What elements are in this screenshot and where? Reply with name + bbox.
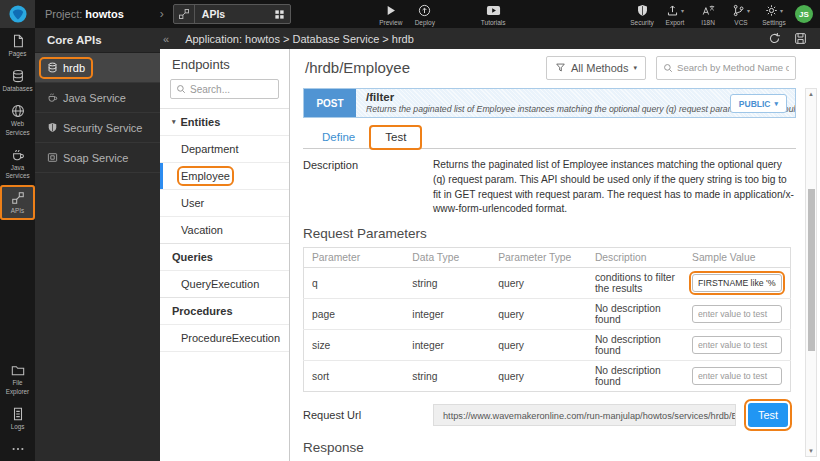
core-api-item-security-service[interactable]: Security Service: [35, 113, 160, 143]
param-type: query: [490, 330, 587, 361]
column-header: Sample Value: [684, 248, 791, 268]
core-api-item-java-service[interactable]: Java Service: [35, 83, 160, 113]
user-avatar[interactable]: JS: [795, 5, 813, 23]
endpoint-item-procedureexecution[interactable]: ProcedureExecution: [160, 324, 289, 351]
globe-icon: [11, 104, 25, 118]
sample-value-input-size[interactable]: [692, 336, 782, 354]
endpoint-item-department[interactable]: Department: [160, 135, 289, 162]
endpoint-item-queryexecution[interactable]: QueryExecution: [160, 270, 289, 297]
endpoints-search-input[interactable]: [190, 84, 273, 95]
visibility-dropdown[interactable]: PUBLIC ▾: [730, 94, 787, 113]
databases-icon: [11, 69, 25, 83]
apis-tab-label: APIs: [202, 8, 274, 20]
save-icon[interactable]: [794, 32, 807, 45]
collapse-panel-icon[interactable]: «: [163, 33, 169, 45]
wavemaker-logo[interactable]: [0, 0, 35, 28]
grid-icon[interactable]: [274, 9, 285, 20]
tab-define[interactable]: Define: [307, 126, 370, 148]
param-name: q: [304, 268, 405, 299]
param-row-sort: sortstringqueryNo description found: [304, 361, 791, 392]
sidebar-item-web-services[interactable]: Web Services: [0, 98, 35, 141]
param-data-type: integer: [404, 299, 490, 330]
logs-icon: [11, 407, 25, 421]
param-data-type: integer: [404, 330, 490, 361]
main-scrollbar-thumb[interactable]: [808, 189, 815, 351]
i18n-button[interactable]: I18N: [696, 2, 720, 26]
top-bar: Project:howtos › APIs PreviewDeployTutor…: [0, 0, 820, 28]
endpoint-item-vacation[interactable]: Vacation: [160, 216, 289, 243]
description-text: Returns the paginated list of Employee i…: [433, 158, 796, 217]
breadcrumb-bar: « Application: howtos > Database Service…: [160, 28, 820, 49]
request-url-label: Request Url: [303, 409, 433, 421]
request-parameters-title: Request Parameters: [303, 226, 796, 241]
endpoints-title: Endpoints: [160, 49, 289, 79]
core-api-item-hrdb[interactable]: hrdb: [35, 53, 160, 83]
preview-button[interactable]: Preview: [379, 2, 403, 26]
coffee-icon: [47, 92, 58, 103]
description-label: Description: [303, 158, 433, 217]
security-button[interactable]: Security: [630, 2, 654, 26]
chevron-down-icon: ▾: [172, 118, 176, 126]
gear-icon: [765, 4, 778, 17]
sidebar-item-apis[interactable]: APIs: [0, 185, 35, 220]
settings-button[interactable]: ▾Settings: [762, 2, 786, 26]
column-header: Description: [587, 248, 684, 268]
video-icon: [486, 3, 501, 18]
endpoints-section-entities[interactable]: ▾Entities: [160, 108, 289, 135]
dots-icon: [11, 442, 25, 456]
endpoint-item-user[interactable]: User: [160, 189, 289, 216]
play-icon: [384, 4, 397, 17]
apis-icon: [11, 191, 25, 205]
param-data-type: string: [404, 268, 490, 299]
param-row-size: sizeintegerqueryNo description found: [304, 330, 791, 361]
wavemaker-logo-icon: [9, 5, 27, 23]
funnel-icon: [555, 62, 566, 73]
param-type: query: [490, 268, 587, 299]
chevron-down-icon: ▾: [633, 64, 637, 72]
sidebar-item-more[interactable]: [0, 436, 35, 461]
page-title: /hrdb/Employee: [305, 59, 410, 76]
soap-icon: [47, 152, 58, 163]
main-scrollbar[interactable]: ▲ ▼: [805, 88, 817, 457]
sidebar-item-file-explorer[interactable]: File Explorer: [0, 357, 35, 400]
param-name: size: [304, 330, 405, 361]
shield-icon: [47, 122, 58, 133]
scroll-down-icon[interactable]: ▼: [806, 448, 816, 454]
project-label: Project:howtos: [45, 8, 124, 20]
refresh-icon[interactable]: [768, 32, 781, 45]
sample-value-input-page[interactable]: [692, 305, 782, 323]
deploy-button[interactable]: Deploy: [413, 2, 437, 26]
api-endpoint-row[interactable]: POST /filter Returns the paginated list …: [303, 88, 796, 118]
sample-value-input-sort[interactable]: [692, 367, 782, 385]
endpoints-section-procedures[interactable]: Procedures: [160, 297, 289, 324]
param-description: No description found: [587, 299, 684, 330]
core-api-item-soap-service[interactable]: Soap Service: [35, 143, 160, 173]
method-search-input[interactable]: [677, 62, 789, 73]
left-rail: PagesDatabasesWeb ServicesJava ServicesA…: [0, 28, 35, 461]
endpoint-item-employee[interactable]: Employee: [160, 162, 289, 189]
topbar-actions-left: PreviewDeployTutorials: [379, 2, 506, 26]
column-header: Data Type: [404, 248, 490, 268]
method-search: [656, 56, 796, 80]
scroll-up-icon[interactable]: ▲: [806, 91, 816, 97]
request-url-value: https://www.wavemakeronline.com/run-manj…: [433, 404, 736, 426]
tutorials-button[interactable]: Tutorials: [481, 2, 506, 26]
export-button[interactable]: ▾Export: [663, 2, 687, 26]
search-icon: [176, 84, 186, 94]
response-title: Response: [303, 440, 796, 455]
apis-workspace-tab[interactable]: APIs: [173, 4, 291, 24]
api-tabs: Define Test: [303, 126, 796, 149]
sidebar-item-pages[interactable]: Pages: [0, 28, 35, 63]
sidebar-item-java-services[interactable]: Java Services: [0, 142, 35, 185]
sidebar-item-databases[interactable]: Databases: [0, 63, 35, 98]
methods-filter-dropdown[interactable]: All Methods ▾: [546, 56, 646, 80]
apis-icon: [174, 5, 195, 23]
test-button[interactable]: Test: [748, 403, 788, 427]
param-description: No description found: [587, 361, 684, 392]
export-icon: [666, 4, 679, 17]
endpoints-section-queries[interactable]: Queries: [160, 243, 289, 270]
tab-test[interactable]: Test: [370, 126, 421, 149]
sample-value-input-q[interactable]: [692, 274, 782, 292]
vcs-button[interactable]: ▾VCS: [729, 2, 753, 26]
sidebar-item-logs[interactable]: Logs: [0, 401, 35, 436]
